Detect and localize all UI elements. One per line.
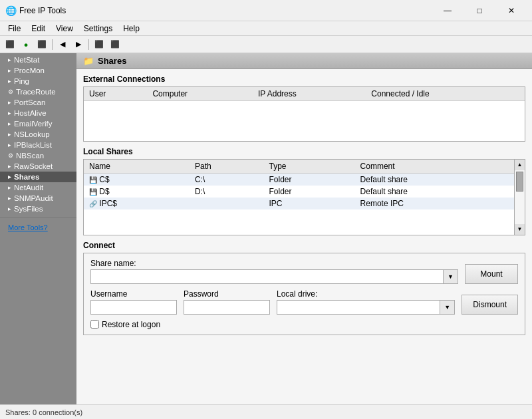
content-area: 📁 Shares External Connections User Compu…	[76, 53, 532, 404]
menu-view[interactable]: View	[51, 23, 78, 35]
ext-col-connected: Connected / Idle	[366, 87, 525, 101]
dismount-button[interactable]: Dismount	[462, 295, 518, 315]
menu-help[interactable]: Help	[118, 23, 145, 35]
sidebar-item-emailverify[interactable]: ▸ EmailVerify	[0, 118, 76, 129]
sidebar-item-snmpaudit[interactable]: ▸ SNMPAudit	[0, 193, 76, 204]
sidebar-bullet-shares: ▸	[8, 174, 11, 180]
table-row[interactable]: 🔗 IPC$ IPC Remote IPC	[84, 198, 514, 210]
toolbar-separator-1	[52, 39, 53, 50]
scroll-up-btn[interactable]: ▲	[515, 160, 525, 170]
sidebar-item-nslookup[interactable]: ▸ NSLookup	[0, 129, 76, 140]
toolbar-btn-4[interactable]: ◀	[55, 38, 70, 51]
sidebar-item-label-netstat: NetStat	[14, 56, 39, 64]
password-input[interactable]	[184, 300, 270, 315]
local-drive-input[interactable]	[277, 300, 440, 315]
share-name-dropdown-wrapper: ▼	[444, 269, 458, 284]
connect-section: Connect Share name: ▼	[83, 241, 525, 335]
sidebar-item-label-netaudit: NetAudit	[14, 184, 43, 192]
sidebar-item-procmon[interactable]: ▸ ProcMon	[0, 65, 76, 76]
menu-edit[interactable]: Edit	[26, 23, 51, 35]
network-icon-ipc: 🔗	[89, 200, 97, 208]
sidebar-item-label-hostalive: HostAlive	[14, 109, 47, 117]
sidebar-item-ping[interactable]: ▸ Ping	[0, 76, 76, 86]
external-connections-table-wrapper: User Computer IP Address Connected / Idl…	[83, 86, 525, 142]
sidebar-item-label-ipblacklist: IPBlackList	[14, 141, 52, 149]
restore-logon-row: Restore at logon	[90, 320, 518, 329]
local-drive-dropdown-btn[interactable]: ▼	[440, 300, 455, 315]
password-label: Password	[184, 289, 270, 299]
sidebar-item-nbscan[interactable]: ⚙ NBScan	[0, 150, 76, 161]
toolbar-btn-2[interactable]: ●	[19, 38, 33, 51]
menu-file[interactable]: File	[3, 23, 26, 35]
title-bar: 🌐 Free IP Tools — □ ✕	[0, 0, 532, 21]
toolbar-btn-3[interactable]: ⬛	[35, 38, 49, 51]
share-name-dropdown-btn[interactable]: ▼	[444, 269, 458, 284]
scroll-thumb[interactable]	[516, 172, 523, 192]
share-path-d: D:\	[190, 186, 264, 198]
sidebar-bullet-ipblacklist: ▸	[8, 142, 11, 148]
sidebar-item-label-snmpaudit: SNMPAudit	[14, 194, 53, 202]
toolbar: ⬛ ● ⬛ ◀ ▶ ⬛ ⬛	[0, 36, 532, 53]
mount-button[interactable]: Mount	[465, 264, 518, 284]
toolbar-btn-5[interactable]: ▶	[71, 38, 86, 51]
status-text: Shares: 0 connection(s)	[5, 408, 82, 416]
sidebar-bullet-netaudit: ▸	[8, 184, 11, 191]
sidebar-item-portscan[interactable]: ▸ PortScan	[0, 97, 76, 108]
sidebar-item-label-procmon: ProcMon	[14, 67, 45, 74]
sidebar-bullet-procmon: ▸	[8, 67, 11, 74]
sidebar-item-netaudit[interactable]: ▸ NetAudit	[0, 182, 76, 193]
shares-col-path: Path	[190, 160, 264, 174]
external-connections-label: External Connections	[83, 74, 525, 84]
share-name-d: 💾 D$	[84, 186, 190, 198]
credentials-row: Username Password Local drive:	[90, 289, 518, 315]
sidebar-item-sysfiles[interactable]: ▸ SysFiles	[0, 204, 76, 214]
share-comment-ipc: Remote IPC	[355, 198, 514, 210]
sidebar-item-hostalive[interactable]: ▸ HostAlive	[0, 108, 76, 118]
share-name-c: 💾 C$	[84, 173, 190, 186]
menu-settings[interactable]: Settings	[78, 23, 118, 35]
share-comment-d: Default share	[355, 186, 514, 198]
sidebar-item-label-portscan: PortScan	[14, 98, 45, 106]
status-bar: Shares: 0 connection(s)	[0, 404, 532, 419]
more-tools-link[interactable]: More Tools?	[4, 221, 52, 234]
sidebar-bullet-netstat: ▸	[8, 57, 11, 63]
shares-table-container: Name Path Type Comment 💾 C$ C:\ Folder	[83, 159, 525, 235]
connect-label: Connect	[83, 241, 525, 250]
restore-logon-checkbox[interactable]	[90, 320, 99, 329]
ext-table-header-row: User Computer IP Address Connected / Idl…	[84, 87, 525, 101]
username-input[interactable]	[90, 300, 177, 315]
sidebar-bullet-rawsocket: ▸	[8, 163, 11, 170]
local-drive-dropdown-wrapper: ▼	[440, 300, 455, 315]
sidebar-item-traceroute[interactable]: ⚙ TraceRoute	[0, 86, 76, 97]
sidebar-item-shares[interactable]: ▸ Shares	[0, 172, 76, 182]
table-row[interactable]: 💾 D$ D:\ Folder Default share	[84, 186, 514, 198]
sidebar-item-ipblacklist[interactable]: ▸ IPBlackList	[0, 140, 76, 150]
sidebar-bullet-portscan: ▸	[8, 99, 11, 106]
scroll-down-btn[interactable]: ▼	[515, 224, 525, 235]
connect-box: Share name: ▼ Mount	[83, 253, 525, 335]
external-connections-section: External Connections User Computer IP Ad…	[83, 74, 525, 142]
share-type-ipc: IPC	[263, 198, 354, 210]
shares-col-type: Type	[263, 160, 354, 174]
share-comment-c: Default share	[355, 173, 514, 186]
local-shares-section: Local Shares Name Path Type Comment	[83, 147, 525, 235]
minimize-button[interactable]: —	[432, 1, 463, 20]
sidebar: ▸ NetStat ▸ ProcMon ▸ Ping ⚙ TraceRoute …	[0, 53, 76, 404]
sidebar-item-rawsocket[interactable]: ▸ RawSocket	[0, 161, 76, 172]
maximize-button[interactable]: □	[464, 1, 495, 20]
ext-col-computer: Computer	[147, 87, 253, 101]
sidebar-bullet-nbscan: ⚙	[8, 152, 13, 159]
section-header-icon: 📁	[83, 56, 94, 66]
share-name-label: Share name:	[90, 259, 458, 268]
toolbar-btn-7[interactable]: ⬛	[108, 38, 122, 51]
sidebar-item-netstat[interactable]: ▸ NetStat	[0, 55, 76, 65]
close-button[interactable]: ✕	[496, 1, 527, 20]
toolbar-btn-6[interactable]: ⬛	[92, 38, 106, 51]
local-drive-group: Local drive: ▼	[277, 289, 455, 315]
restore-logon-label[interactable]: Restore at logon	[102, 320, 160, 329]
table-row[interactable]: 💾 C$ C:\ Folder Default share	[84, 173, 514, 186]
toolbar-btn-1[interactable]: ⬛	[3, 38, 17, 51]
share-name-input[interactable]	[90, 269, 444, 284]
shares-scrollbar[interactable]: ▲ ▼	[514, 160, 525, 235]
sidebar-bullet-hostalive: ▸	[8, 110, 11, 116]
